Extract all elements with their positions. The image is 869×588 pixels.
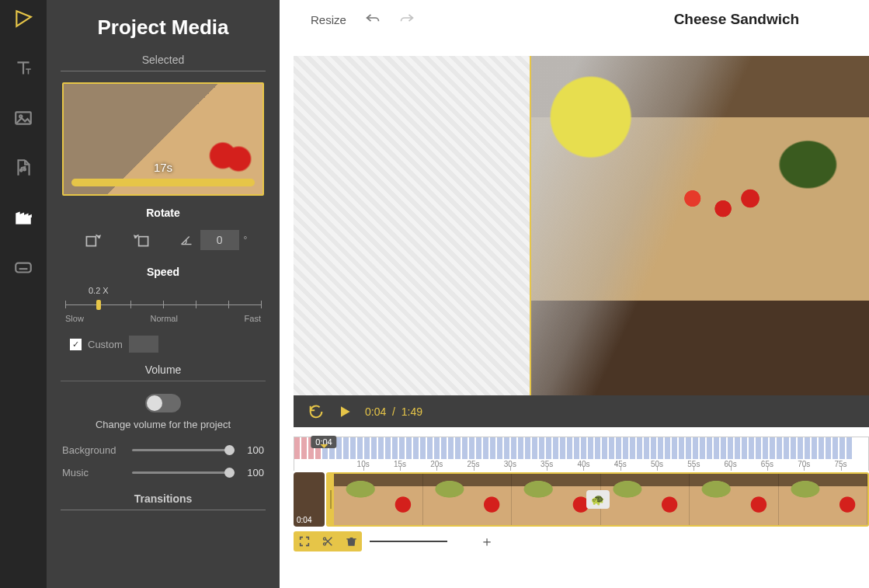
undo-button[interactable] xyxy=(365,12,381,27)
svg-rect-5 xyxy=(16,263,31,273)
resize-button[interactable]: Resize xyxy=(311,13,346,26)
properties-panel: Project Media Selected 17s Rotate ° Spee… xyxy=(47,0,280,588)
speed-label: Speed xyxy=(54,266,272,278)
preclip-thumbnail[interactable] xyxy=(294,472,325,527)
custom-speed-checkbox[interactable]: ✓ xyxy=(70,339,82,350)
clip-frame xyxy=(601,474,690,525)
subtitle-tool-icon[interactable] xyxy=(11,255,36,280)
preview-viewer: 0:04 / 1:49 xyxy=(294,56,869,427)
delete-clip-button[interactable] xyxy=(343,534,359,549)
svg-rect-8 xyxy=(138,237,148,246)
selected-clip-thumbnail[interactable]: 17s xyxy=(62,82,264,196)
thumbnail-image xyxy=(64,84,262,194)
speed-normal-label: Normal xyxy=(150,314,177,323)
play-button[interactable] xyxy=(337,404,353,419)
music-volume-slider[interactable] xyxy=(132,471,235,474)
background-volume-label: Background xyxy=(62,444,124,456)
transitions-label: Transitions xyxy=(54,492,272,505)
clip-frame xyxy=(334,474,423,525)
clip-progress-bar xyxy=(71,179,255,186)
total-time: 1:49 xyxy=(401,405,422,418)
clip-frame xyxy=(779,474,868,525)
clip-toolbar xyxy=(294,531,362,551)
main-area: Resize Cheese Sandwich xyxy=(280,0,869,588)
music-volume-label: Music xyxy=(62,467,124,478)
music-volume-value: 100 xyxy=(242,467,264,478)
clip-frame xyxy=(690,474,779,525)
video-clip[interactable]: 🐢 xyxy=(326,472,869,527)
angle-icon xyxy=(179,231,196,249)
speed-slow-label: Slow xyxy=(65,314,84,323)
rotate-label: Rotate xyxy=(54,207,272,219)
project-name: Cheese Sandwich xyxy=(674,11,800,27)
time-ruler[interactable]: 0:04 10s15s20s25s30s35s40s45s50s55s60s65… xyxy=(294,437,869,471)
zoom-scrollbar[interactable] xyxy=(370,541,447,542)
text-tool-icon[interactable] xyxy=(11,56,36,81)
playhead-time-tag[interactable]: 0:04 xyxy=(311,436,336,448)
image-tool-icon[interactable] xyxy=(11,106,36,130)
custom-speed-label: Custom xyxy=(88,339,123,350)
timeline: 0:04 10s15s20s25s30s35s40s45s50s55s60s65… xyxy=(280,427,869,588)
rotate-ccw-button[interactable] xyxy=(129,227,155,253)
svg-point-3 xyxy=(23,169,26,171)
selected-label: Selected xyxy=(54,54,272,66)
brand-icon[interactable] xyxy=(11,6,36,31)
divider xyxy=(61,381,266,381)
redo-button[interactable] xyxy=(399,12,415,27)
transparency-pattern xyxy=(294,56,530,395)
player-controls: 0:04 / 1:49 xyxy=(294,395,869,427)
tool-rail xyxy=(0,0,47,588)
audio-tool-icon[interactable] xyxy=(11,155,36,180)
speed-slider[interactable] xyxy=(65,297,261,312)
rotate-cw-button[interactable] xyxy=(79,227,106,253)
time-sep: / xyxy=(392,405,395,418)
fullscreen-button[interactable] xyxy=(297,534,312,549)
svg-rect-4 xyxy=(16,217,31,224)
video-tool-icon[interactable] xyxy=(11,205,36,230)
custom-speed-input[interactable] xyxy=(129,336,158,353)
playhead-line xyxy=(530,56,531,395)
panel-title: Project Media xyxy=(54,16,272,40)
clip-duration: 17s xyxy=(154,161,172,174)
speed-value: 0.2 X xyxy=(89,286,261,295)
background-volume-slider[interactable] xyxy=(132,449,235,451)
preview-frame[interactable] xyxy=(530,56,869,395)
speed-fast-label: Fast xyxy=(245,314,261,323)
clip-trim-handle-left[interactable] xyxy=(328,474,334,525)
volume-override-toggle[interactable] xyxy=(145,394,181,412)
split-clip-button[interactable] xyxy=(320,534,335,549)
zoom-in-button[interactable]: ＋ xyxy=(480,532,494,551)
volume-caption: Change volume for the project xyxy=(54,419,272,430)
topbar: Resize Cheese Sandwich xyxy=(280,0,869,39)
svg-rect-7 xyxy=(86,237,96,246)
divider xyxy=(61,71,266,71)
clip-frame xyxy=(423,474,513,525)
degree-unit: ° xyxy=(244,235,248,245)
background-volume-value: 100 xyxy=(242,444,264,456)
volume-label: Volume xyxy=(54,364,272,376)
speed-indicator-icon: 🐢 xyxy=(586,490,610,509)
divider xyxy=(61,510,266,510)
rotate-angle-input[interactable] xyxy=(200,230,239,250)
current-time: 0:04 xyxy=(365,405,386,418)
restart-button[interactable] xyxy=(308,403,325,420)
